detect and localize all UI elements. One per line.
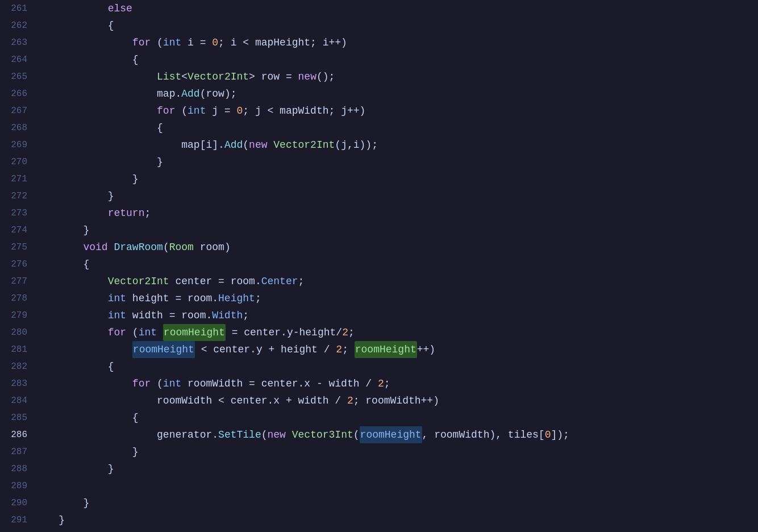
code-line-286: ✏ generator.SetTile(new Vector3Int(roomH… [34,426,758,443]
code-line-290: } [34,494,758,512]
line-num-270: 270 [0,153,27,171]
code-line-279: int width = room.Width; [34,307,758,324]
code-line-284: roomWidth < center.x + width / 2; roomWi… [34,392,758,409]
code-line-266: map.Add(row); [34,85,758,102]
code-line-281: roomHeight < center.y + height / 2; room… [34,341,758,358]
line-num-278: 278 [0,290,27,307]
code-line-261: else [34,0,758,17]
code-line-272: } [34,188,758,205]
line-num-279: 279 [0,307,27,324]
code-line-285: { [34,409,758,426]
code-line-288: } [34,460,758,477]
line-num-283: 283 [0,375,27,392]
code-line-283: for (int roomWidth = center.x - width / … [34,375,758,392]
code-line-273: return; [34,205,758,222]
line-num-284: 284 [0,392,27,409]
line-num-262: 262 [0,17,27,34]
line-num-261: 261 [0,0,27,17]
code-line-271: } [34,171,758,188]
code-line-262: { [34,17,758,34]
line-num-275: 275 [0,239,27,256]
line-num-268: 268 [0,119,27,136]
line-num-264: 264 [0,51,27,68]
code-line-267: for (int j = 0; j < mapWidth; j++) [34,102,758,119]
code-line-264: { [34,51,758,68]
line-num-276: 276 [0,256,27,273]
code-line-276: { [34,256,758,273]
code-line-289 [34,477,758,494]
code-line-275: void DrawRoom(Room room) [34,239,758,256]
line-num-274: 274 [0,222,27,239]
line-num-291: 291 [0,512,27,529]
line-num-281: 281 [0,341,27,358]
code-content: else { for (int i = 0; i < mapHeight; i+… [34,0,758,532]
line-num-289: 289 [0,477,27,494]
line-num-288: 288 [0,460,27,477]
code-line-277: Vector2Int center = room.Center; [34,273,758,290]
line-num-277: 277 [0,273,27,290]
line-num-290: 290 [0,494,27,512]
line-num-267: 267 [0,102,27,119]
code-line-274: } [34,222,758,239]
code-line-265: List<Vector2Int> row = new(); [34,68,758,85]
line-numbers: 261 262 263 264 265 266 267 268 269 270 … [0,0,34,532]
line-num-287: 287 [0,443,27,460]
line-num-269: 269 [0,136,27,153]
code-line-278: int height = room.Height; [34,290,758,307]
line-num-265: 265 [0,68,27,85]
line-num-271: 271 [0,171,27,188]
code-line-280: for (int roomHeight = center.y-height/2; [34,324,758,341]
code-line-263: for (int i = 0; i < mapHeight; i++) [34,34,758,51]
line-num-286: 286 [0,426,27,443]
line-num-280: 280 [0,324,27,341]
code-line-282: { [34,358,758,375]
line-num-266: 266 [0,85,27,102]
line-num-285: 285 [0,409,27,426]
code-line-270: } [34,153,758,171]
code-line-287: } [34,443,758,460]
line-num-273: 273 [0,205,27,222]
code-line-269: map[i].Add(new Vector2Int(j,i)); [34,136,758,153]
code-line-291: } [34,512,758,529]
line-num-263: 263 [0,34,27,51]
line-num-272: 272 [0,188,27,205]
code-line-268: { [34,119,758,136]
line-num-282: 282 [0,358,27,375]
code-editor: 261 262 263 264 265 266 267 268 269 270 … [0,0,758,532]
